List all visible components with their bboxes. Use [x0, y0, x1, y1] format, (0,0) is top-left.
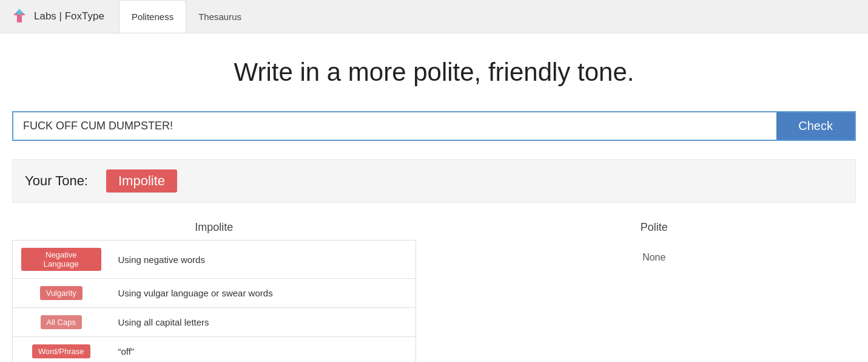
brand-label: Labs | FoxType — [34, 10, 104, 22]
description-cell: Using all capital letters — [110, 308, 416, 337]
logo: Labs | FoxType — [10, 7, 104, 26]
foxtype-logo-icon — [10, 7, 29, 26]
input-row: Check — [12, 111, 856, 141]
table-row: Vulgarity Using vulgar language or swear… — [13, 279, 416, 308]
text-input[interactable] — [13, 112, 776, 140]
tag-badge: Word/Phrase — [32, 344, 90, 358]
main-content: Write in a more polite, friendly tone. C… — [0, 33, 868, 362]
tab-politeness[interactable]: Politeness — [119, 0, 186, 33]
polite-none: None — [453, 240, 856, 263]
check-button[interactable]: Check — [776, 112, 855, 140]
tab-thesaurus[interactable]: Thesaurus — [186, 0, 254, 33]
tag-badge: Vulgarity — [40, 286, 82, 300]
analysis-section: Impolite Negative Language Using negativ… — [12, 221, 856, 362]
polite-header: Polite — [453, 221, 856, 234]
tone-row: Your Tone: Impolite — [12, 159, 856, 203]
analysis-table: Negative Language Using negative words V… — [12, 240, 416, 362]
table-row: All Caps Using all capital letters — [13, 308, 416, 337]
description-cell: Using vulgar language or swear words — [110, 279, 416, 308]
polite-column: Polite None — [416, 221, 856, 362]
impolite-column: Impolite Negative Language Using negativ… — [12, 221, 416, 362]
impolite-header: Impolite — [12, 221, 416, 234]
navbar: Labs | FoxType Politeness Thesaurus — [0, 0, 868, 33]
page-title: Write in a more polite, friendly tone. — [12, 58, 856, 87]
tag-badge: Negative Language — [21, 248, 101, 271]
description-cell: “off” — [110, 337, 416, 363]
tag-badge: All Caps — [41, 315, 82, 329]
table-row: Negative Language Using negative words — [13, 241, 416, 279]
description-cell: Using negative words — [110, 241, 416, 279]
table-row: Word/Phrase “off” — [13, 337, 416, 363]
nav-tabs: Politeness Thesaurus — [119, 0, 254, 33]
tone-badge: Impolite — [106, 169, 177, 193]
tone-label: Your Tone: — [25, 173, 88, 189]
